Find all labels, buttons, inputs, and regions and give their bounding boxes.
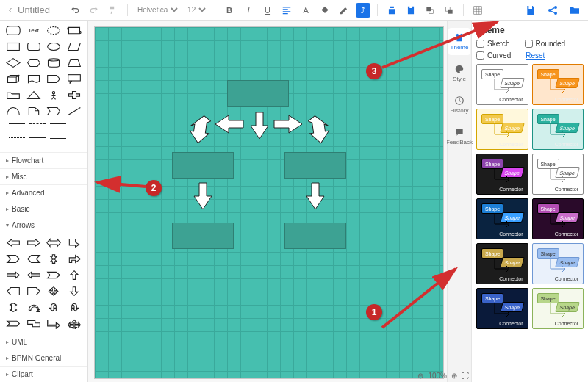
shape-page[interactable]	[25, 104, 43, 118]
tab-history[interactable]: History	[448, 91, 470, 118]
zoom-in-icon[interactable]: ⊕	[451, 372, 457, 380]
line-dash[interactable]	[29, 123, 46, 131]
arrow-double-v[interactable]	[4, 300, 22, 314]
node-mid-right[interactable]	[284, 152, 346, 179]
arrow-chevron-l[interactable]	[25, 252, 43, 266]
copy-style-button[interactable]	[384, 3, 399, 18]
shape-person[interactable]	[46, 88, 63, 102]
node-bot-right[interactable]	[284, 223, 346, 249]
font-size-select[interactable]: 12	[184, 5, 208, 15]
shape-half-ellipse[interactable]	[4, 104, 22, 118]
tab-feedback[interactable]: FeedBack	[448, 123, 470, 150]
arrow-z[interactable]	[25, 317, 43, 331]
shape-scroll[interactable]	[65, 24, 83, 37]
arrow-up[interactable]	[65, 268, 83, 282]
lib-basic[interactable]: ▸Basic	[0, 201, 87, 217]
arrow-cross[interactable]	[46, 252, 63, 266]
shape-text[interactable]: Text	[25, 24, 43, 37]
arrow-u-l[interactable]	[46, 300, 63, 314]
reset-link[interactable]: Reset	[526, 51, 545, 60]
arrow-turn[interactable]	[65, 236, 83, 250]
zoom-controls[interactable]: ⊖ 100% ⊕ ⛶	[417, 372, 469, 380]
lib-advanced[interactable]: ▸Advanced	[0, 184, 87, 201]
arrow-ribbon[interactable]	[4, 317, 22, 331]
connector-style-button[interactable]: ⤴	[356, 3, 370, 18]
line-arrow[interactable]	[50, 123, 66, 131]
shape-trapezoid[interactable]	[65, 56, 83, 70]
theme-swatch[interactable]: ShapeShapeConnector	[532, 154, 584, 195]
arrow-diag-left[interactable]	[189, 114, 211, 145]
underline-button[interactable]: U	[260, 3, 275, 18]
fullscreen-icon[interactable]: ⛶	[462, 372, 469, 380]
paint-format-button[interactable]	[106, 3, 121, 18]
arrow-chevron-r[interactable]	[4, 252, 22, 266]
arrow-block-l[interactable]	[4, 284, 22, 298]
shape-hexagon[interactable]	[25, 56, 43, 70]
tab-theme[interactable]: Theme	[448, 28, 470, 55]
rounded-checkbox[interactable]: Rounded	[525, 40, 566, 48]
arrow-notch-r[interactable]	[46, 268, 63, 282]
undo-button[interactable]	[68, 3, 82, 18]
line-color-button[interactable]	[337, 3, 351, 18]
folder-button[interactable]	[567, 3, 582, 18]
arrow-left[interactable]	[4, 236, 22, 250]
arrow-right[interactable]	[25, 236, 43, 250]
arrow-double-h[interactable]	[46, 236, 63, 250]
shape-cube[interactable]	[4, 72, 22, 86]
shape-diag-line[interactable]	[65, 104, 83, 118]
arrow-left-1[interactable]	[212, 114, 245, 134]
shape-ellipse[interactable]	[46, 40, 63, 54]
bring-front-button[interactable]	[423, 3, 437, 18]
theme-swatch[interactable]: ShapeShapeConnector	[476, 64, 528, 105]
node-mid-left[interactable]	[172, 152, 234, 179]
canvas[interactable]	[94, 26, 444, 379]
node-bot-left[interactable]	[172, 223, 234, 249]
bold-button[interactable]: B	[222, 3, 237, 18]
shape-diamond[interactable]	[4, 56, 22, 70]
arrow-thin-r[interactable]	[4, 268, 22, 282]
arrow-thin-l[interactable]	[25, 268, 43, 282]
arrow-down-3[interactable]	[305, 181, 326, 211]
lib-flowchart[interactable]: ▸Flowchart	[0, 152, 87, 168]
arrow-u-r[interactable]	[65, 300, 83, 314]
shape-triangle[interactable]	[25, 88, 43, 102]
fill-color-button[interactable]	[318, 3, 332, 18]
shape-cylinder[interactable]	[46, 56, 63, 70]
arrow-block-r[interactable]	[25, 284, 43, 298]
shape-document[interactable]	[25, 72, 43, 86]
arrow-curve[interactable]	[25, 300, 43, 314]
lib-misc[interactable]: ▸Misc	[0, 168, 87, 184]
shape-parallelogram[interactable]	[65, 40, 83, 54]
arrow-4way[interactable]	[46, 284, 63, 298]
theme-swatch[interactable]: ShapeShapeConnector	[476, 243, 528, 284]
shape-step[interactable]	[46, 104, 63, 118]
shape-callout[interactable]	[65, 72, 83, 86]
tab-style[interactable]: Style	[448, 60, 470, 87]
text-color-button[interactable]: A	[298, 3, 313, 18]
send-back-button[interactable]	[442, 3, 456, 18]
lib-uml[interactable]: ▸UML	[0, 334, 87, 350]
theme-swatch[interactable]: ShapeShapeConnector	[476, 198, 528, 239]
theme-swatch[interactable]: ShapeShapeConnector	[476, 154, 528, 195]
curved-checkbox[interactable]: Curved	[476, 51, 511, 60]
font-family-select[interactable]: Helvetica	[135, 5, 180, 15]
sketch-checkbox[interactable]: Sketch	[476, 40, 510, 48]
arrow-down[interactable]	[65, 284, 83, 298]
arrow-down-2[interactable]	[193, 181, 213, 211]
line-dot[interactable]	[9, 137, 25, 145]
theme-swatch[interactable]: ShapeShapeConnector	[532, 288, 584, 329]
arrow-diag-right[interactable]	[308, 114, 330, 145]
redo-button[interactable]	[87, 3, 101, 18]
arrow-corner[interactable]	[46, 317, 63, 331]
shape-rect[interactable]	[4, 40, 22, 54]
zoom-out-icon[interactable]: ⊖	[417, 372, 423, 380]
line-thick[interactable]	[29, 137, 46, 144]
lib-bpmn[interactable]: ▸BPMN General	[0, 350, 87, 366]
theme-swatch[interactable]: ShapeShapeConnector	[532, 109, 584, 150]
arrow-split[interactable]	[65, 317, 83, 331]
table-button[interactable]	[470, 3, 485, 18]
theme-swatch[interactable]: ShapeShapeConnector	[532, 243, 584, 284]
doc-title[interactable]: Untitled	[6, 4, 50, 15]
line-solid[interactable]	[9, 123, 25, 131]
arrow-down-1[interactable]	[249, 111, 270, 140]
